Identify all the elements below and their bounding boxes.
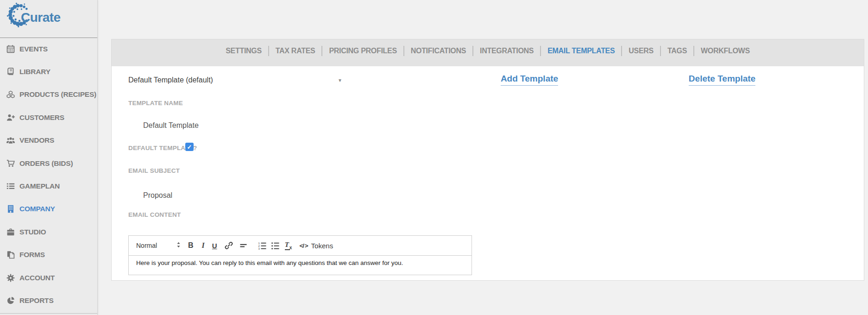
tab-notifications[interactable]: NOTIFICATIONS bbox=[411, 47, 466, 55]
email-content-editor: Normal B I U bbox=[128, 235, 472, 275]
sidebar-item-events[interactable]: EVENTS bbox=[0, 38, 97, 60]
tab-separator bbox=[621, 46, 622, 56]
tab-users[interactable]: USERS bbox=[629, 47, 654, 55]
template-name-label: TEMPLATE NAME bbox=[128, 100, 183, 107]
settings-tabbar: SETTINGSTAX RATESPRICING PROFILESNOTIFIC… bbox=[112, 39, 864, 66]
clear-format-button[interactable]: Tx bbox=[285, 241, 292, 250]
tokens-button[interactable]: </ > Tokens bbox=[299, 242, 333, 250]
sidebar-item-label: CUSTOMERS bbox=[19, 113, 64, 122]
editor-content[interactable]: Here is your proposal. You can reply to … bbox=[129, 256, 472, 270]
tab-separator bbox=[268, 46, 269, 56]
format-select[interactable]: Normal bbox=[134, 241, 181, 250]
template-select[interactable]: Default Template (default) ▼ bbox=[128, 66, 346, 94]
sidebar-item-forms[interactable]: FORMS bbox=[0, 244, 97, 266]
calendar-icon bbox=[5, 45, 16, 53]
user-plus-icon bbox=[5, 113, 16, 122]
bullet-list-icon bbox=[271, 241, 279, 250]
sidebar-item-company[interactable]: COMPANY bbox=[0, 198, 97, 220]
italic-button[interactable]: I bbox=[202, 241, 205, 250]
chevron-down-icon: ▼ bbox=[338, 78, 342, 83]
curate-logo[interactable]: Curate bbox=[0, 0, 97, 38]
sidebar-item-label: STUDIO bbox=[19, 228, 46, 236]
sidebar-item-reports[interactable]: REPORTS bbox=[0, 289, 97, 312]
sidebar-item-customers[interactable]: CUSTOMERS bbox=[0, 106, 97, 129]
sidebar-nav: EVENTSLIBRARYPRODUCTS (RECIPES)CUSTOMERS… bbox=[0, 38, 97, 312]
tab-separator bbox=[321, 46, 322, 56]
sidebar-item-label: COMPANY bbox=[19, 205, 55, 213]
tab-separator bbox=[540, 46, 541, 56]
tab-tags[interactable]: TAGS bbox=[667, 47, 687, 55]
bold-button[interactable]: B bbox=[188, 241, 194, 250]
app-root: { "brand": { "name": "Curate" }, "sideba… bbox=[0, 0, 868, 315]
email-subject-label: EMAIL SUBJECT bbox=[128, 167, 180, 174]
template-name-field[interactable]: Default Template bbox=[143, 121, 199, 130]
ordered-list-button[interactable]: 1 2 3 bbox=[258, 241, 266, 250]
add-template-link[interactable]: Add Template bbox=[501, 74, 558, 86]
sidebar-item-label: ORDERS (BIDS) bbox=[19, 159, 73, 168]
ordered-list-icon: 1 2 3 bbox=[258, 241, 266, 250]
sidebar-item-library[interactable]: LIBRARY bbox=[0, 60, 97, 83]
align-icon bbox=[239, 241, 248, 250]
list-icon bbox=[5, 182, 16, 190]
check-icon: ✓ bbox=[187, 144, 192, 151]
tab-tax-rates[interactable]: TAX RATES bbox=[276, 47, 315, 55]
sidebar-item-orders-bids[interactable]: ORDERS (BIDS) bbox=[0, 152, 97, 175]
underline-button[interactable]: U bbox=[212, 242, 217, 250]
sidebar-item-label: ACCOUNT bbox=[19, 274, 55, 282]
tab-integrations[interactable]: INTEGRATIONS bbox=[480, 47, 534, 55]
tab-pricing-profiles[interactable]: PRICING PROFILES bbox=[329, 47, 396, 55]
brand-name: Curate bbox=[21, 10, 61, 25]
sidebar-item-studio[interactable]: STUDIO bbox=[0, 220, 97, 243]
building-icon bbox=[5, 205, 16, 213]
format-select-value: Normal bbox=[136, 242, 157, 249]
cart-icon bbox=[5, 159, 16, 168]
sidebar-item-products-recipes[interactable]: PRODUCTS (RECIPES) bbox=[0, 83, 97, 106]
svg-text:3: 3 bbox=[258, 247, 260, 250]
code-icon: </ > bbox=[299, 242, 308, 249]
template-select-value: Default Template (default) bbox=[128, 76, 213, 84]
tab-workflows[interactable]: WORKFLOWS bbox=[701, 47, 750, 55]
tab-separator bbox=[403, 46, 404, 56]
delete-template-link[interactable]: Delete Template bbox=[689, 74, 755, 86]
sidebar: Curate EVENTSLIBRARYPRODUCTS (RECIPES)CU… bbox=[0, 0, 98, 315]
sidebar-item-label: PRODUCTS (RECIPES) bbox=[19, 90, 96, 99]
sidebar-item-account[interactable]: ACCOUNT bbox=[0, 266, 97, 289]
sidebar-bottom-divider bbox=[0, 313, 97, 314]
tab-settings[interactable]: SETTINGS bbox=[226, 47, 262, 55]
sidebar-item-label: GAMEPLAN bbox=[19, 182, 60, 190]
default-template-checkbox[interactable]: ✓ bbox=[185, 143, 194, 151]
sidebar-item-label: EVENTS bbox=[19, 45, 48, 53]
email-template-form: TEMPLATE NAME Default Template DEFAULT T… bbox=[112, 94, 864, 280]
editor-toolbar: Normal B I U bbox=[129, 236, 472, 256]
forms-icon bbox=[5, 251, 16, 259]
briefcase-icon bbox=[5, 228, 16, 236]
sidebar-item-label: REPORTS bbox=[19, 296, 54, 305]
sidebar-item-vendors[interactable]: VENDORS bbox=[0, 129, 97, 152]
updown-icon bbox=[176, 241, 181, 250]
tab-separator bbox=[472, 46, 473, 56]
tab-email-templates[interactable]: EMAIL TEMPLATES bbox=[547, 47, 615, 55]
bullet-list-button[interactable] bbox=[271, 241, 279, 250]
align-button[interactable] bbox=[239, 241, 248, 250]
link-button[interactable] bbox=[225, 241, 233, 250]
sidebar-item-gameplan[interactable]: GAMEPLAN bbox=[0, 175, 97, 197]
email-subject-field[interactable]: Proposal bbox=[143, 191, 172, 200]
book-icon bbox=[5, 68, 16, 76]
tab-separator bbox=[693, 46, 694, 56]
link-icon bbox=[225, 241, 233, 250]
pie-chart-icon bbox=[5, 296, 16, 305]
sidebar-item-label: LIBRARY bbox=[19, 68, 50, 76]
gear-icon bbox=[5, 274, 16, 282]
tokens-label: Tokens bbox=[311, 242, 333, 250]
sidebar-item-label: FORMS bbox=[19, 251, 45, 259]
cubes-icon bbox=[5, 90, 16, 99]
sidebar-item-label: VENDORS bbox=[19, 136, 54, 145]
company-settings-panel: SETTINGSTAX RATESPRICING PROFILESNOTIFIC… bbox=[111, 39, 864, 281]
email-content-label: EMAIL CONTENT bbox=[128, 211, 181, 218]
tab-separator bbox=[660, 46, 661, 56]
clear-format-x: x bbox=[289, 245, 292, 250]
users-icon bbox=[5, 136, 16, 145]
template-selector-row: Default Template (default) ▼ Add Templat… bbox=[112, 66, 864, 94]
